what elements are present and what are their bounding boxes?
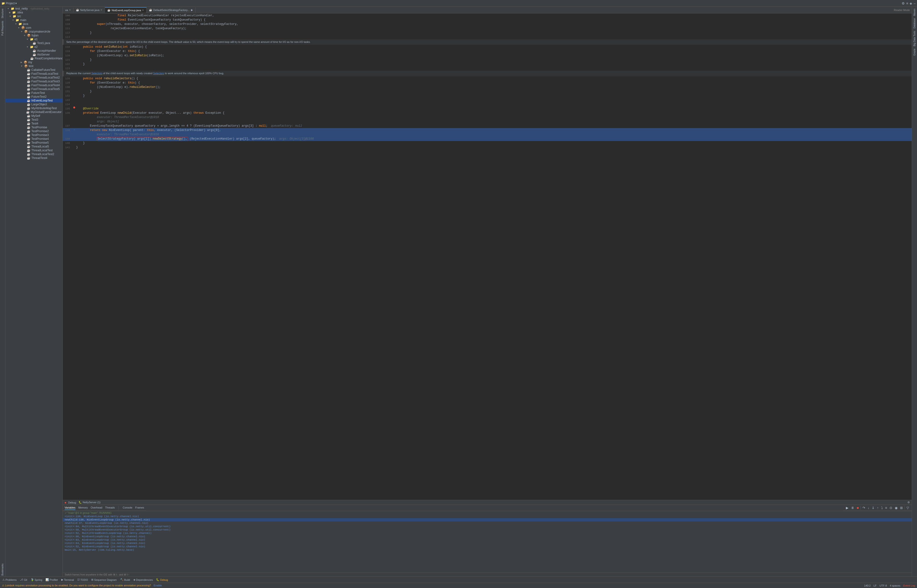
sidebar-aioserver[interactable]: ☕ AioServer xyxy=(5,53,63,57)
debug-filter-icon[interactable]: ▽ xyxy=(906,506,910,510)
sidebar-com[interactable]: ▼ 📦 com xyxy=(5,26,63,30)
git-btn[interactable]: ⎇ Git xyxy=(19,578,28,582)
debug-frame-10[interactable]: main:15, NettyServer (com.tuling.netty.b… xyxy=(63,548,912,552)
sidebar-fastthreadlocaltest2[interactable]: ☕ FastThreadLocalTest2 xyxy=(5,76,63,79)
sidebar-crazymakercircle[interactable]: ▼ 📦 crazymakercircle xyxy=(5,30,63,34)
debug-evaluate-icon[interactable]: ≡ xyxy=(885,506,888,510)
database-icon[interactable]: Database xyxy=(913,17,916,29)
debug-tab-memory[interactable]: Memory xyxy=(78,506,88,510)
project-root[interactable]: ▼ 📁 test_netty ~/github/test_netty xyxy=(5,7,63,11)
debug-tab-variables[interactable]: Variables xyxy=(65,506,76,510)
tab-va[interactable]: va ✕ xyxy=(63,8,74,13)
debug-session[interactable]: 🐛 NettyServer (1) xyxy=(79,501,100,504)
sidebar-testpromise3[interactable]: ☕ TestPromise3 xyxy=(5,133,63,137)
sidebar-e2[interactable]: ▼ 📁 e2 xyxy=(5,45,63,49)
sidebar-test3[interactable]: ☕ Test3 xyxy=(5,118,63,122)
debug-tab-console[interactable]: Console xyxy=(123,506,132,510)
structure-panel-icon[interactable]: Structure xyxy=(1,8,4,19)
debug-tab-overhead[interactable]: Overhead xyxy=(91,506,102,510)
reader-mode-label[interactable]: Reader Mode xyxy=(892,9,912,11)
sidebar-myself[interactable]: ☕ MySelf xyxy=(5,114,63,118)
bookmarks-icon[interactable]: Bookmarks xyxy=(1,563,4,577)
tab-nettyserver[interactable]: ☕ NettyServer.java ✕ xyxy=(74,7,105,13)
profiler-btn[interactable]: 📊 Profiler xyxy=(45,578,59,582)
project-dropdown[interactable]: 📁 Project ▾ xyxy=(2,2,17,5)
debug-step-over-icon[interactable]: ↷ xyxy=(862,506,866,510)
sidebar-myglobaleventexecutor[interactable]: ☕ MyGlobalEventExecutor xyxy=(5,110,63,114)
sidebar-fujian[interactable]: ▼ 📦 fujian xyxy=(5,34,63,37)
debug-frame-4[interactable]: <init>:58, MultithreadEventExecutorGroup… xyxy=(63,528,912,531)
debug-frame-9[interactable]: <init>:52, NioEventLoopGroup (io.netty.c… xyxy=(63,545,912,548)
sidebar-main[interactable]: ▼ 📁 main xyxy=(5,18,63,22)
debug-stop-btn-icon[interactable]: ■ xyxy=(856,506,859,510)
sidebar-my[interactable]: ▶ 📦 my xyxy=(5,60,63,64)
event-log-btn[interactable]: Event Log xyxy=(903,584,915,587)
sidebar-testpromise5[interactable]: ☕ TestPromise5 xyxy=(5,141,63,145)
debug-frame-1[interactable]: newChild:138, NioEventLoopGroup (io.nett… xyxy=(63,518,912,522)
sidebar-idea[interactable]: ▶ 📁 .idea xyxy=(5,11,63,15)
sidebar-fastthreadlocaltest4[interactable]: ☕ FastThreadLocalTest4 xyxy=(5,83,63,87)
debug-settings-icon[interactable]: ⚙ xyxy=(907,501,910,504)
sequence-diagram-btn[interactable]: ⊞ Sequence Diagram xyxy=(90,578,118,582)
enable-link[interactable]: Enable xyxy=(154,584,162,587)
sidebar-java[interactable]: ▼ 📁 java xyxy=(5,22,63,26)
debug-step-into-icon[interactable]: ↓ xyxy=(867,506,870,510)
sidebar-threadlocaltest[interactable]: ☕ ThreadLocalTest xyxy=(5,149,63,152)
sidebar-accepthandler[interactable]: ☕ AcceptHandler xyxy=(5,49,63,53)
debug-run-to-cursor-icon[interactable]: ⤵ xyxy=(880,506,883,510)
grazie-icon[interactable]: Grazie xyxy=(913,48,916,57)
sidebar-fastthreadlocaltest5[interactable]: ☕ FastThreadLocalTest5 xyxy=(5,87,63,91)
tab-nioeventloopgroup-close[interactable]: ✕ xyxy=(142,9,144,11)
settings-icon[interactable]: ⚙ xyxy=(902,2,905,5)
tab-defaultselectstrategyfactory[interactable]: ☕ DefaultSelectStrategyFactory... ▶ xyxy=(147,7,195,13)
problems-btn[interactable]: ⚠ Problems xyxy=(2,578,18,582)
sidebar-test4[interactable]: ☕ Test4 xyxy=(5,122,63,126)
debug-force-step-into-icon[interactable]: ⇓ xyxy=(871,506,875,510)
debug-frame-5[interactable]: <init>:52, MultithreadEventLoopGroup (io… xyxy=(63,531,912,535)
code-editor[interactable]: 108 final RejectedExecutionHandler rejec… xyxy=(63,13,912,500)
debug-frame-0[interactable]: <init>:138, NioEventLoop (io.netty.chann… xyxy=(63,515,912,518)
debug-stop-icon[interactable]: ■ xyxy=(65,501,66,504)
debug-pause-icon[interactable]: ⏸ xyxy=(850,506,855,510)
sidebar-threadlocaltest2[interactable]: ☕ ThreadLocalTest2 xyxy=(5,152,63,156)
bigdata-icon[interactable]: Big Data Tools xyxy=(913,30,916,47)
dependencies-btn[interactable]: ◈ Dependencies xyxy=(132,578,154,582)
sidebar-futuretest2[interactable]: ☕ FutureTest2 xyxy=(5,95,63,99)
debug-tab-frames[interactable]: Frames xyxy=(135,506,144,510)
debug-frame-7[interactable]: <init>:83, NioEventLoopGroup (io.netty.c… xyxy=(63,538,912,541)
sidebar-testpromise[interactable]: ☕ TestPromise xyxy=(5,126,63,129)
minimize-icon[interactable]: – xyxy=(914,2,915,5)
debug-tab-threads[interactable]: Threads xyxy=(105,506,115,510)
sidebar-callablefuturetest[interactable]: ☕ CallableFutureTest xyxy=(5,68,63,72)
sidebar-test[interactable]: ▼ 📦 test xyxy=(5,64,63,68)
spring-btn[interactable]: 🍃 Spring xyxy=(30,578,44,582)
maven-icon[interactable]: Maven xyxy=(913,8,916,17)
debug-frame-6[interactable]: <init>:88, NioEventLoopGroup (io.netty.c… xyxy=(63,535,912,538)
breakpoint-135[interactable] xyxy=(73,107,75,108)
sidebar-threadlocal5[interactable]: ☕ ThreadLocal5 xyxy=(5,145,63,149)
sidebar-src[interactable]: ▼ 📁 src xyxy=(5,15,63,18)
sidebar-futuretest[interactable]: ☕ FutureTest xyxy=(5,91,63,95)
debug-frame-3[interactable]: <init>:84, MultithreadEventExecutorGroup… xyxy=(63,525,912,528)
terminal-btn[interactable]: ▶ Terminal xyxy=(60,578,75,582)
sidebar-threadtest4[interactable]: ☕ ThreadTest4 xyxy=(5,156,63,160)
layout-icon[interactable]: ≡ xyxy=(906,2,908,5)
sidebar-readcompletionhandler[interactable]: ☕ ReadCompletionHandler xyxy=(5,57,63,60)
sidebar-ineventlooptest[interactable]: ☕ InEventLoopTest xyxy=(5,99,63,102)
debug-restore-layout-icon[interactable]: ⊞ xyxy=(899,506,904,510)
todo-btn[interactable]: ☑ TODO xyxy=(76,578,89,582)
debug-btn[interactable]: 🐛 Debug xyxy=(155,578,169,582)
debug-frame-8[interactable]: <init>:64, NioEventLoopGroup (io.netty.c… xyxy=(63,541,912,545)
search-icon[interactable]: ◈ xyxy=(910,2,912,5)
debug-mute-icon[interactable]: ◉ xyxy=(894,506,898,510)
sidebar-testpromise2[interactable]: ☕ TestPromise2 xyxy=(5,129,63,133)
sidebar-e1[interactable]: ▼ 📁 e1 xyxy=(5,37,63,41)
debug-resume-icon[interactable]: ▶ xyxy=(845,506,849,510)
tab-nioeventloopgroup[interactable]: ☕ NioEventLoopGroup.java ✕ xyxy=(105,7,147,13)
tab-va-close[interactable]: ✕ xyxy=(69,9,71,11)
pull-requests-icon[interactable]: Pull Requests xyxy=(1,20,4,37)
sidebar-testpromise4[interactable]: ☕ TestPromise4 xyxy=(5,137,63,141)
tab-nettyserver-close[interactable]: ✕ xyxy=(100,9,102,11)
sidebar-largeobject[interactable]: ☕ LargeObject xyxy=(5,102,63,106)
debug-step-out-icon[interactable]: ↑ xyxy=(876,506,880,510)
